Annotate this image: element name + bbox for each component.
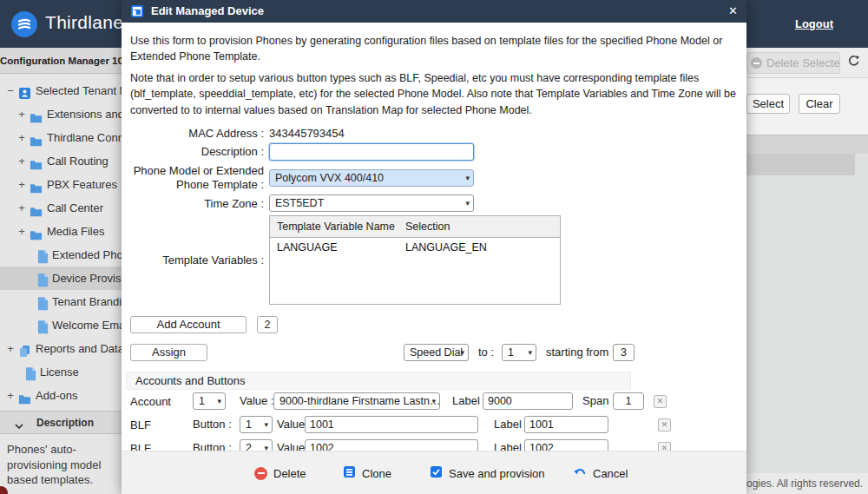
sidebar-item-pbx-features[interactable]: + PBX Features	[0, 173, 122, 196]
template-variables-label: Template Variables :	[130, 254, 269, 267]
background-toolbar: Delete Selected	[746, 48, 868, 78]
file-icon	[36, 272, 49, 285]
dialog-footer: Delete Clone Save and provision Cancel	[122, 451, 746, 494]
dialog-titlebar: Edit Managed Device ✕	[122, 0, 746, 23]
config-manager-title: Configuration Manager 10.	[0, 48, 122, 74]
blf-button-select[interactable]: 1▾	[240, 416, 273, 433]
sidebar-item-label: PBX Features	[47, 173, 117, 196]
clone-button[interactable]: Clone	[343, 451, 391, 494]
blf-value-input[interactable]	[305, 416, 478, 433]
starting-from-label: starting from :	[546, 344, 615, 361]
sidebar-item-addons[interactable]: + Add-ons	[0, 384, 122, 407]
expand-icon[interactable]: +	[17, 102, 26, 126]
clone-icon	[343, 465, 356, 482]
expand-icon[interactable]: +	[17, 173, 26, 196]
window-icon	[131, 5, 143, 17]
assign-type-select[interactable]: Speed Dial▾	[404, 344, 469, 361]
expand-icon[interactable]: +	[17, 220, 26, 243]
sidebar-item-extended-phone[interactable]: Extended Phone	[0, 243, 122, 267]
dialog-body: Use this form to provision Phones by gen…	[122, 23, 746, 451]
assign-to-select[interactable]: 1▾	[502, 344, 536, 361]
pages-icon	[18, 342, 31, 355]
account-number-select[interactable]: 1▾	[193, 392, 226, 410]
dialog-title: Edit Managed Device	[151, 0, 264, 23]
logout-link[interactable]: Logout	[795, 17, 833, 30]
template-variables-table-body: LANGUAGE LANGUAGE_EN	[270, 238, 560, 304]
template-variables-table: Template Variable Name Selection LANGUAG…	[269, 215, 561, 305]
sidebar-item-selected-tenant[interactable]: − Selected Tenant Man	[0, 79, 122, 102]
remove-row-icon[interactable]: ✕	[654, 395, 667, 408]
cancel-button[interactable]: Cancel	[573, 451, 628, 494]
background-table-header	[746, 135, 868, 154]
description-input[interactable]	[269, 143, 474, 161]
chevron-down-icon: ▾	[264, 417, 268, 432]
column-header: Selection	[402, 216, 450, 237]
sidebar: Configuration Manager 10. − Selected Ten…	[0, 48, 122, 494]
sidebar-item-label: Extensions and C	[47, 102, 122, 126]
chevron-down-icon: ▾	[528, 345, 532, 360]
time-zone-select[interactable]: EST5EDT▾	[269, 194, 474, 212]
expand-icon[interactable]: +	[17, 126, 26, 149]
to-label: to :	[478, 344, 494, 361]
delete-button[interactable]: Delete	[254, 451, 306, 494]
add-account-button[interactable]: Add Account	[130, 316, 247, 333]
expand-icon[interactable]: +	[17, 196, 26, 220]
sidebar-item-extensions[interactable]: + Extensions and C	[0, 102, 122, 126]
span-label: Span :	[582, 392, 615, 410]
description-panel-header[interactable]: Description	[0, 411, 122, 434]
undo-arrow-icon	[573, 465, 587, 481]
folder-icon	[18, 389, 31, 402]
starting-from-input[interactable]	[613, 344, 635, 361]
table-row[interactable]: LANGUAGE LANGUAGE_EN	[270, 238, 560, 257]
folder-icon	[30, 155, 43, 168]
sidebar-item-label: Call Routing	[47, 149, 108, 173]
sidebar-item-call-center[interactable]: + Call Center	[0, 196, 122, 220]
folder-icon	[30, 201, 43, 214]
refresh-icon[interactable]	[847, 54, 861, 68]
phone-model-select[interactable]: Polycom VVX 400/410▾	[269, 169, 474, 187]
sidebar-item-label: Device Provision	[52, 267, 122, 290]
mac-address-value: 343445793454	[269, 127, 345, 140]
sidebar-item-label: Reports and Data An	[36, 337, 122, 360]
expand-icon[interactable]: +	[6, 337, 15, 360]
account-span-input[interactable]	[613, 392, 644, 410]
file-icon	[36, 248, 49, 261]
row-type-label: BLF	[130, 416, 151, 435]
chevron-down-icon: ▾	[465, 170, 470, 186]
select-button[interactable]: Select	[746, 94, 790, 114]
account-count-input[interactable]: 2	[257, 316, 278, 333]
file-icon	[24, 366, 37, 379]
blf-label-input[interactable]	[524, 416, 608, 433]
variable-name-cell: LANGUAGE	[270, 238, 402, 257]
remove-row-icon[interactable]: ✕	[658, 418, 671, 431]
account-label-input[interactable]	[483, 392, 573, 410]
background-table-selected-row[interactable]	[746, 154, 855, 175]
expand-icon[interactable]: +	[17, 149, 26, 173]
row-type-label: Account	[130, 392, 171, 412]
assign-button[interactable]: Assign	[130, 344, 207, 361]
sidebar-item-media-files[interactable]: + Media Files	[0, 220, 122, 243]
sidebar-item-call-routing[interactable]: + Call Routing	[0, 149, 122, 173]
thirdlane-logo-icon	[11, 11, 37, 37]
sidebar-item-device-provisioning[interactable]: Device Provision	[0, 267, 122, 290]
clear-button[interactable]: Clear	[799, 94, 840, 114]
brand-title: Thirdlane	[45, 12, 123, 33]
sidebar-item-welcome-email[interactable]: Welcome Email	[0, 313, 122, 337]
collapse-icon[interactable]: −	[6, 79, 15, 102]
delete-selected-button[interactable]: Delete Selected	[746, 52, 840, 74]
expand-icon[interactable]: +	[6, 384, 15, 407]
sidebar-item-thirdlane-connect[interactable]: + Thirdlane Conne	[0, 126, 122, 149]
close-icon[interactable]: ✕	[728, 0, 738, 23]
description-text: Phones' auto-provisioning model based te…	[0, 434, 122, 494]
blf-row: BLF Button : 1▾ Value : Label : ✕	[130, 416, 738, 437]
folder-icon	[30, 131, 43, 144]
sidebar-item-label: Selected Tenant Man	[36, 79, 122, 102]
sidebar-item-tenant-branding[interactable]: Tenant Branding	[0, 290, 122, 313]
sidebar-item-license[interactable]: License	[0, 360, 122, 384]
sidebar-item-label: Extended Phone	[52, 243, 122, 267]
folder-icon	[30, 178, 43, 191]
sidebar-item-label: Tenant Branding	[52, 290, 122, 313]
account-value-select[interactable]: 9000-thirdlane Firstname Lastn…▾	[273, 392, 440, 410]
sidebar-item-reports[interactable]: + Reports and Data An	[0, 337, 122, 360]
save-and-provision-button[interactable]: Save and provision	[430, 451, 545, 494]
